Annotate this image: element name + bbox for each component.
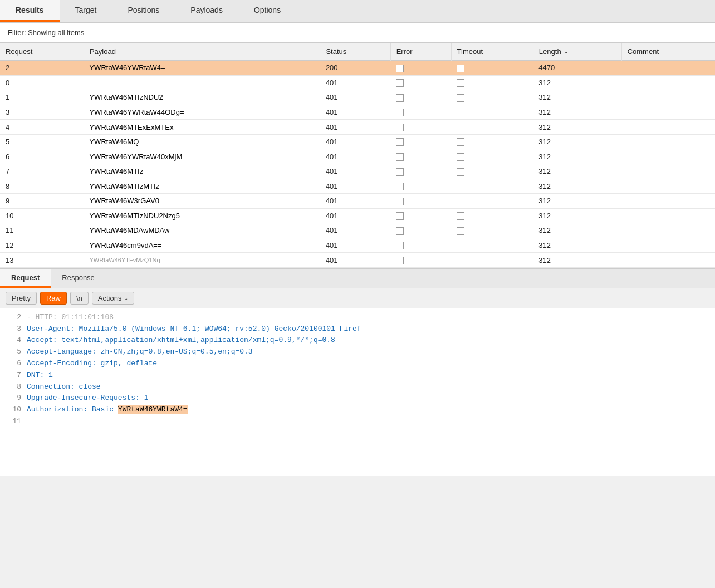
line-content: Authorization: Basic YWRtaW46YWRtaW4= [27,404,188,416]
code-line: 4Accept: text/html,application/xhtml+xml… [6,335,709,346]
table-row[interactable]: 0401312 [0,75,715,90]
error-checkbox[interactable] [396,227,404,235]
col-header-length-label: Length [539,47,561,56]
table-row[interactable]: 7YWRtaW46MTIz401312 [0,164,715,179]
timeout-checkbox[interactable] [457,109,464,116]
line-content: Connection: close [27,381,101,393]
timeout-checkbox[interactable] [457,65,464,72]
code-line: 11 [6,416,709,428]
toolbar: Pretty Raw \n Actions ⌄ [0,288,715,308]
tab-request[interactable]: Request [0,269,51,288]
code-line: 10Authorization: Basic YWRtaW46YWRtaW4= [6,404,709,416]
bottom-tab-bar: Request Response [0,269,715,288]
code-line: 5Accept-Language: zh-CN,zh;q=0.8,en-US;q… [6,346,709,358]
line-number: 8 [6,381,21,393]
top-tab-bar: Results Target Positions Payloads Option… [0,0,715,23]
error-checkbox[interactable] [396,109,404,116]
col-header-timeout: Timeout [451,43,533,61]
filter-text: Filter: Showing all items [8,28,84,37]
error-checkbox[interactable] [396,212,404,220]
error-checkbox[interactable] [396,153,404,161]
table-row[interactable]: 2YWRtaW46YWRtaW4=2004470 [0,61,715,76]
timeout-checkbox[interactable] [457,138,464,146]
tab-payloads[interactable]: Payloads [175,0,238,22]
line-number: 2 [6,312,21,324]
error-checkbox[interactable] [396,257,404,264]
table-row[interactable]: 10YWRtaW46MTIzNDU2Nzg5401312 [0,208,715,223]
timeout-checkbox[interactable] [457,198,464,205]
code-panel: 2- HTTP: 01:11:01:1083User-Agent: Mozill… [0,308,715,476]
timeout-checkbox[interactable] [457,153,464,161]
actions-dropdown[interactable]: Actions ⌄ [92,292,135,305]
error-checkbox[interactable] [396,168,404,176]
timeout-checkbox[interactable] [457,168,464,176]
table-row[interactable]: 8YWRtaW46MTIzMTIz401312 [0,179,715,194]
col-header-comment: Comment [621,43,715,61]
line-number: 7 [6,370,21,381]
line-number: 11 [6,416,21,428]
line-number: 3 [6,324,21,335]
table-row[interactable]: 5YWRtaW46MQ==401312 [0,134,715,149]
tab-response[interactable]: Response [51,269,106,288]
line-content: Accept: text/html,application/xhtml+xml,… [27,335,335,346]
line-number: 9 [6,393,21,404]
line-number: 4 [6,335,21,346]
col-header-request: Request [0,43,84,61]
filter-bar: Filter: Showing all items [0,23,715,43]
col-header-status: Status [320,43,390,61]
timeout-checkbox[interactable] [457,94,464,102]
table-row[interactable]: 11YWRtaW46MDAwMDAw401312 [0,223,715,238]
raw-button[interactable]: Raw [40,292,67,305]
error-checkbox[interactable] [396,124,404,131]
actions-label: Actions [98,294,122,302]
sort-arrow-icon: ⌄ [564,48,568,55]
line-content: User-Agent: Mozilla/5.0 (Windows NT 6.1;… [27,324,361,335]
pretty-button[interactable]: Pretty [6,292,37,305]
results-table: Request Payload Status Error Timeout Len… [0,43,715,268]
table-header-row: Request Payload Status Error Timeout Len… [0,43,715,61]
line-content: - HTTP: 01:11:01:108 [27,312,114,324]
chevron-down-icon: ⌄ [124,295,128,301]
tab-options[interactable]: Options [238,0,296,22]
code-line: 6Accept-Encoding: gzip, deflate [6,358,709,370]
error-checkbox[interactable] [396,138,404,146]
line-number: 6 [6,358,21,370]
tab-results[interactable]: Results [0,0,60,22]
table-row[interactable]: 1YWRtaW46MTIzNDU2401312 [0,90,715,105]
error-checkbox[interactable] [396,65,404,72]
results-section: Request Payload Status Error Timeout Len… [0,43,715,269]
timeout-checkbox[interactable] [457,212,464,220]
line-number: 5 [6,346,21,358]
code-line: 9Upgrade-Insecure-Requests: 1 [6,393,709,404]
newline-button[interactable]: \n [70,292,89,305]
line-content: Upgrade-Insecure-Requests: 1 [27,393,148,404]
timeout-checkbox[interactable] [457,124,464,131]
line-content: DNT: 1 [27,370,53,381]
timeout-checkbox[interactable] [457,79,464,87]
table-row[interactable]: 3YWRtaW46YWRtaW44ODg=401312 [0,105,715,120]
code-line: 3User-Agent: Mozilla/5.0 (Windows NT 6.1… [6,324,709,335]
timeout-checkbox[interactable] [457,183,464,190]
error-checkbox[interactable] [396,94,404,102]
table-row[interactable]: 6YWRtaW46YWRtaW40xMjM=401312 [0,149,715,164]
line-number: 10 [6,404,21,416]
code-line: 7DNT: 1 [6,370,709,381]
tab-positions[interactable]: Positions [112,0,175,22]
table-row[interactable]: 4YWRtaW46MTExExMTEx401312 [0,120,715,135]
timeout-checkbox[interactable] [457,257,464,264]
error-checkbox[interactable] [396,198,404,205]
code-line: 2- HTTP: 01:11:01:108 [6,312,709,324]
col-header-length[interactable]: Length ⌄ [533,43,621,61]
error-checkbox[interactable] [396,79,404,87]
col-header-error: Error [390,43,451,61]
highlighted-token: YWRtaW46YWRtaW4= [118,405,188,414]
table-row[interactable]: 12YWRtaW46cm9vdA==401312 [0,238,715,253]
timeout-checkbox[interactable] [457,242,464,249]
table-row[interactable]: 13YWRtaW46YTFvMzQ1Nq==401312 [0,253,715,268]
table-row[interactable]: 9YWRtaW46W3rGAV0=401312 [0,194,715,209]
error-checkbox[interactable] [396,242,404,249]
error-checkbox[interactable] [396,183,404,190]
tab-target[interactable]: Target [60,0,112,22]
code-line: 8Connection: close [6,381,709,393]
timeout-checkbox[interactable] [457,227,464,235]
